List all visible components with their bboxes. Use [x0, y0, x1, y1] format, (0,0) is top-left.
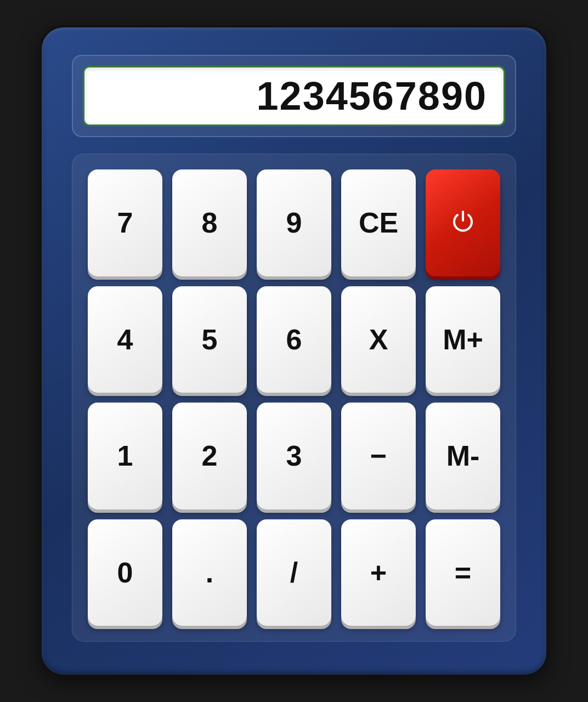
key-dot[interactable]: .	[172, 519, 247, 626]
key-4[interactable]: 4	[88, 286, 162, 393]
key-0[interactable]: 0	[88, 519, 162, 626]
key-row-2: 123−M-	[88, 403, 500, 509]
key-divide[interactable]: /	[257, 519, 331, 626]
key-2[interactable]: 2	[172, 403, 247, 509]
key-minus[interactable]: −	[341, 403, 416, 509]
key-plus[interactable]: +	[341, 519, 416, 626]
key-3[interactable]: 3	[257, 403, 331, 509]
key-ce[interactable]: CE	[341, 169, 416, 276]
key-mplus[interactable]: M+	[426, 286, 500, 393]
keypad: 789CE456XM+123−M-0./+=	[72, 154, 516, 642]
key-row-3: 0./+=	[88, 519, 500, 626]
display-value: 1234567890	[257, 73, 487, 118]
key-row-1: 456XM+	[88, 286, 500, 393]
key-1[interactable]: 1	[88, 403, 162, 509]
key-8[interactable]: 8	[172, 169, 247, 276]
key-5[interactable]: 5	[172, 286, 247, 393]
key-multiply[interactable]: X	[341, 286, 416, 393]
display-screen: 1234567890	[83, 66, 505, 126]
key-9[interactable]: 9	[257, 169, 331, 276]
key-mminus[interactable]: M-	[426, 403, 500, 509]
key-power[interactable]	[426, 169, 500, 276]
display-wrapper: 1234567890	[72, 55, 516, 137]
power-icon	[449, 208, 477, 237]
key-row-0: 789CE	[88, 169, 500, 276]
key-equals[interactable]: =	[426, 519, 500, 626]
key-6[interactable]: 6	[257, 286, 331, 393]
calculator: 1234567890 789CE456XM+123−M-0./+=	[42, 27, 546, 675]
key-7[interactable]: 7	[88, 169, 162, 276]
